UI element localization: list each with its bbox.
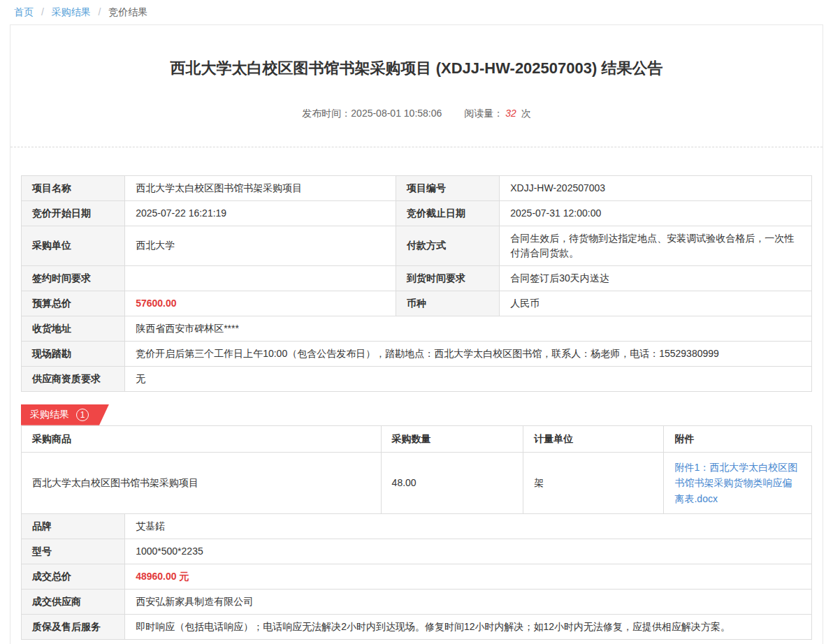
project-name-value: 西北大学太白校区图书馆书架采购项目 [125, 175, 396, 200]
brand-value: 艾基鍩 [125, 513, 812, 539]
bidding-start-value: 2025-07-22 16:21:19 [125, 200, 396, 226]
read-count-value: 32 [505, 108, 516, 119]
project-info-table: 项目名称 西北大学太白校区图书馆书架采购项目 项目编号 XDJJ-HW-2025… [21, 175, 812, 392]
delivery-address-label: 收货地址 [22, 316, 125, 341]
product-quantity: 48.00 [381, 452, 523, 513]
table-row: 西北大学太白校区图书馆书架采购项目 48.00 架 附件1：西北大学太白校区图书… [22, 452, 812, 513]
read-count-label: 阅读量： [464, 108, 503, 119]
table-row: 收货地址 陕西省西安市碑林区**** [22, 316, 812, 341]
bidding-deadline-label: 竞价截止日期 [396, 200, 500, 226]
col-header-product: 采购商品 [22, 425, 382, 452]
table-row: 签约时间要求 到货时间要求 合同签订后30天内送达 [22, 265, 812, 291]
currency-label: 币种 [396, 291, 500, 316]
attachment-link[interactable]: 附件1：西北大学太白校区图书馆书架采购货物类响应偏离表.docx [674, 462, 797, 504]
brand-label: 品牌 [22, 513, 125, 539]
breadcrumb-separator: / [99, 6, 101, 17]
table-row: 项目名称 西北大学太白校区图书馆书架采购项目 项目编号 XDJJ-HW-2025… [22, 175, 812, 200]
col-header-unit: 计量单位 [523, 425, 664, 452]
budget-total-value: 57600.00 [125, 291, 396, 316]
table-row: 供应商资质要求 无 [22, 366, 812, 391]
signing-time-value [125, 265, 396, 291]
supplier-qualification-value: 无 [125, 366, 812, 391]
supplier-qualification-label: 供应商资质要求 [22, 366, 125, 391]
deal-total-price-label: 成交总价 [22, 564, 125, 589]
breadcrumb-current: 竞价结果 [108, 6, 147, 17]
article-meta: 发布时间：2025-08-01 10:58:06 阅读量：32 次 [10, 108, 823, 120]
procurement-result-badge: 采购结果 1 [21, 404, 109, 425]
breadcrumb-purchase-results-link[interactable]: 采购结果 [52, 6, 91, 17]
warranty-service-value: 即时响应（包括电话响应）；电话响应无法解决2小时内到达现场。修复时间12小时内解… [125, 614, 812, 639]
budget-total-label: 预算总价 [22, 291, 125, 316]
project-number-value: XDJJ-HW-202507003 [500, 175, 812, 200]
winning-supplier-value: 西安弘新家具制造有限公司 [125, 589, 812, 614]
table-row: 成交供应商 西安弘新家具制造有限公司 [22, 589, 812, 614]
bidding-deadline-value: 2025-07-31 12:00:00 [500, 200, 812, 226]
delivery-time-value: 合同签订后30天内送达 [500, 265, 812, 291]
product-name: 西北大学太白校区图书馆书架采购项目 [22, 452, 382, 513]
col-header-quantity: 采购数量 [381, 425, 523, 452]
model-label: 型号 [22, 539, 125, 564]
table-row: 采购单位 西北大学 付款方式 合同生效后，待货物到达指定地点、安装调试验收合格后… [22, 226, 812, 265]
publish-time-label: 发布时间： [302, 108, 351, 119]
publish-time: 发布时间：2025-08-01 10:58:06 [302, 108, 442, 120]
site-survey-label: 现场踏勘 [22, 341, 125, 366]
table-row: 品牌 艾基鍩 [22, 513, 812, 539]
read-count-unit: 次 [521, 108, 531, 119]
deal-detail-table: 品牌 艾基鍩 型号 1000*500*2235 成交总价 48960.00 元 … [21, 513, 812, 640]
delivery-address-value: 陕西省西安市碑林区**** [125, 316, 812, 341]
table-row: 竞价开始日期 2025-07-22 16:21:19 竞价截止日期 2025-0… [22, 200, 812, 226]
winning-supplier-label: 成交供应商 [22, 589, 125, 614]
badge-count: 1 [76, 409, 89, 421]
currency-value: 人民币 [500, 291, 812, 316]
breadcrumb-separator: / [41, 6, 44, 17]
table-row: 成交总价 48960.00 元 [22, 564, 812, 589]
purchasing-unit-label: 采购单位 [22, 226, 125, 265]
deal-total-price-value: 48960.00 元 [125, 564, 812, 589]
purchasing-unit-value: 西北大学 [125, 226, 396, 265]
site-survey-value: 竞价开启后第三个工作日上午10:00（包含公告发布日），踏勘地点：西北大学太白校… [125, 341, 812, 366]
page-title: 西北大学太白校区图书馆书架采购项目 (XDJJ-HW-202507003) 结果… [10, 25, 823, 80]
announcement-card: 西北大学太白校区图书馆书架采购项目 (XDJJ-HW-202507003) 结果… [10, 24, 823, 644]
product-unit: 架 [523, 452, 664, 513]
project-name-label: 项目名称 [22, 175, 125, 200]
signing-time-label: 签约时间要求 [22, 265, 125, 291]
table-row: 质保及售后服务 即时响应（包括电话响应）；电话响应无法解决2小时内到达现场。修复… [22, 614, 812, 639]
breadcrumb-home-link[interactable]: 首页 [14, 6, 34, 17]
breadcrumb: 首页 / 采购结果 / 竞价结果 [0, 0, 833, 24]
payment-method-value: 合同生效后，待货物到达指定地点、安装调试验收合格后，一次性付清合同货款。 [500, 226, 812, 265]
table-row: 型号 1000*500*2235 [22, 539, 812, 564]
table-row: 现场踏勘 竞价开启后第三个工作日上午10:00（包含公告发布日），踏勘地点：西北… [22, 341, 812, 366]
badge-label: 采购结果 [30, 409, 69, 421]
table-header-row: 采购商品 采购数量 计量单位 附件 [22, 425, 812, 452]
publish-time-value: 2025-08-01 10:58:06 [351, 108, 442, 119]
delivery-time-label: 到货时间要求 [396, 265, 500, 291]
result-table: 采购商品 采购数量 计量单位 附件 西北大学太白校区图书馆书架采购项目 48.0… [21, 425, 812, 514]
table-row: 预算总价 57600.00 币种 人民币 [22, 291, 812, 316]
read-count-block: 阅读量：32 次 [464, 108, 530, 120]
col-header-attachment: 附件 [664, 425, 812, 452]
model-value: 1000*500*2235 [125, 539, 812, 564]
bidding-start-label: 竞价开始日期 [22, 200, 125, 226]
payment-method-label: 付款方式 [396, 226, 500, 265]
warranty-service-label: 质保及售后服务 [22, 614, 125, 639]
project-number-label: 项目编号 [396, 175, 500, 200]
